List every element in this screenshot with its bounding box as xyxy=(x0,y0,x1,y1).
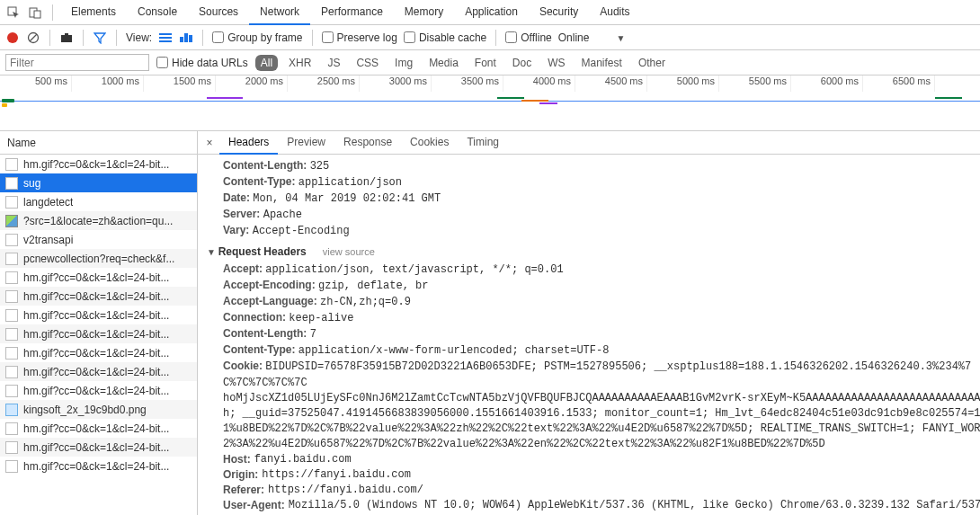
inspect-icon[interactable] xyxy=(4,3,23,22)
filter-type-manifest[interactable]: Manifest xyxy=(576,55,628,71)
clear-icon[interactable] xyxy=(26,31,40,45)
request-row[interactable]: langdetect xyxy=(0,192,197,211)
svg-rect-9 xyxy=(159,40,172,42)
detail-tab-cookies[interactable]: Cookies xyxy=(401,131,458,154)
request-row[interactable]: hm.gif?cc=0&ck=1&cl=24-bit... xyxy=(0,419,197,438)
filter-type-font[interactable]: Font xyxy=(469,55,502,71)
file-type-icon xyxy=(5,347,18,360)
request-name: v2transapi xyxy=(23,234,73,246)
file-type-icon xyxy=(5,196,18,209)
overview-icon[interactable] xyxy=(179,31,193,45)
header-entry: User-Agent: Mozilla/5.0 (Windows NT 10.0… xyxy=(207,498,980,513)
filter-type-media[interactable]: Media xyxy=(423,55,464,71)
file-type-icon xyxy=(5,234,18,246)
file-type-icon xyxy=(5,158,18,171)
svg-rect-12 xyxy=(189,35,192,42)
header-entry: Content-Type: application/json xyxy=(207,174,980,191)
request-row[interactable]: ?src=1&locate=zh&action=qu... xyxy=(0,211,197,230)
detail-tab-preview[interactable]: Preview xyxy=(278,131,334,154)
file-type-icon xyxy=(5,366,18,378)
tab-application[interactable]: Application xyxy=(454,0,529,24)
request-name: hm.gif?cc=0&ck=1&cl=24-bit... xyxy=(23,271,169,284)
name-column-header[interactable]: Name xyxy=(0,131,197,155)
request-row[interactable]: hm.gif?cc=0&ck=1&cl=24-bit... xyxy=(0,381,197,400)
request-row[interactable]: sug xyxy=(0,173,197,192)
request-list-pane: Name hm.gif?cc=0&ck=1&cl=24-bit...suglan… xyxy=(0,131,198,515)
record-button[interactable] xyxy=(5,31,20,45)
tab-console[interactable]: Console xyxy=(127,0,188,24)
file-type-icon xyxy=(5,271,18,284)
tab-memory[interactable]: Memory xyxy=(394,0,454,24)
throttling-select[interactable]: Online▼ xyxy=(558,31,626,44)
capture-screenshots-icon[interactable] xyxy=(59,31,74,45)
request-name: hm.gif?cc=0&ck=1&cl=24-bit... xyxy=(23,385,169,397)
svg-line-4 xyxy=(30,34,37,41)
request-row[interactable]: v2transapi xyxy=(0,230,197,249)
file-type-icon xyxy=(5,441,18,454)
disable-cache-checkbox[interactable]: Disable cache xyxy=(404,31,486,44)
detail-tab-response[interactable]: Response xyxy=(334,131,401,154)
filter-type-js[interactable]: JS xyxy=(322,55,345,71)
header-entry-continuation: hoMjJscXZ1d05LUjEySFc0NnJ6M2lZamtCcTcwNT… xyxy=(207,391,980,406)
filter-toggle-icon[interactable] xyxy=(93,31,107,45)
request-row[interactable]: pcnewcollection?req=check&f... xyxy=(0,249,197,268)
filter-type-other[interactable]: Other xyxy=(633,55,671,71)
timeline-tick: 6500 ms xyxy=(863,75,935,92)
timeline-tick: 2000 ms xyxy=(216,75,288,92)
header-entry: Date: Mon, 04 Mar 2019 02:02:41 GMT xyxy=(207,191,980,207)
hide-data-urls-checkbox[interactable]: Hide data URLs xyxy=(156,57,248,69)
header-entry: Accept-Encoding: gzip, deflate, br xyxy=(207,278,980,294)
tab-sources[interactable]: Sources xyxy=(188,0,249,24)
filter-type-all[interactable]: All xyxy=(255,55,278,71)
close-icon[interactable]: × xyxy=(201,137,218,149)
request-row[interactable]: hm.gif?cc=0&ck=1&cl=24-bit... xyxy=(0,362,197,381)
detail-tab-timing[interactable]: Timing xyxy=(458,131,508,154)
request-row[interactable]: hm.gif?cc=0&ck=1&cl=24-bit... xyxy=(0,287,197,306)
preserve-log-checkbox[interactable]: Preserve log xyxy=(322,31,397,44)
request-row[interactable]: hm.gif?cc=0&ck=1&cl=24-bit... xyxy=(0,343,197,362)
tab-network[interactable]: Network xyxy=(249,0,310,25)
request-row[interactable]: hm.gif?cc=0&ck=1&cl=24-bit... xyxy=(0,306,197,324)
header-entry: Accept: application/json, text/javascrip… xyxy=(207,262,980,278)
svg-rect-2 xyxy=(34,11,40,18)
request-row[interactable]: hm.gif?cc=0&ck=1&cl=24-bit... xyxy=(0,438,197,457)
filter-type-img[interactable]: Img xyxy=(389,55,418,71)
network-toolbar: View: Group by frame Preserve log Disabl… xyxy=(0,25,980,50)
request-headers-section[interactable]: Request Headersview source xyxy=(207,244,980,260)
timeline-tick: 2500 ms xyxy=(288,75,360,92)
device-toggle-icon[interactable] xyxy=(25,3,45,22)
header-entry: Vary: Accept-Encoding xyxy=(207,223,980,239)
detail-tab-headers[interactable]: Headers xyxy=(219,131,278,155)
filter-type-css[interactable]: CSS xyxy=(351,55,384,71)
tab-performance[interactable]: Performance xyxy=(310,0,394,24)
timeline-overview[interactable]: 500 ms1000 ms1500 ms2000 ms2500 ms3000 m… xyxy=(0,75,980,131)
request-detail-pane: × HeadersPreviewResponseCookiesTiming Co… xyxy=(198,131,980,515)
svg-rect-10 xyxy=(180,37,183,42)
request-row[interactable]: hm.gif?cc=0&ck=1&cl=24-bit... xyxy=(0,268,197,287)
offline-checkbox[interactable]: Offline xyxy=(505,31,551,44)
filter-type-doc[interactable]: Doc xyxy=(507,55,537,71)
header-entry: Origin: https://fanyi.baidu.com xyxy=(207,467,980,483)
large-rows-icon[interactable] xyxy=(158,31,173,45)
request-row[interactable]: kingsoft_2x_19c9bd0.png xyxy=(0,400,197,419)
timeline-tick: 3500 ms xyxy=(432,75,503,92)
view-source-link[interactable]: view source xyxy=(323,246,375,257)
tab-elements[interactable]: Elements xyxy=(60,0,127,24)
header-entry-continuation: 2%3A%22%u4E2D%u6587%22%7D%2C%7B%22value%… xyxy=(207,437,980,452)
request-row[interactable]: hm.gif?cc=0&ck=1&cl=24-bit... xyxy=(0,457,197,475)
request-row[interactable]: hm.gif?cc=0&ck=1&cl=24-bit... xyxy=(0,155,197,173)
request-name: langdetect xyxy=(23,196,73,209)
filter-type-ws[interactable]: WS xyxy=(542,55,570,71)
group-by-frame-checkbox[interactable]: Group by frame xyxy=(212,31,302,44)
tab-audits[interactable]: Audits xyxy=(589,0,640,24)
header-entry-continuation: 1%u8BED%22%7D%2C%7B%22value%22%3A%22zh%2… xyxy=(207,422,980,437)
tab-security[interactable]: Security xyxy=(529,0,589,24)
filter-type-xhr[interactable]: XHR xyxy=(283,55,316,71)
filter-input[interactable] xyxy=(5,54,149,71)
request-name: hm.gif?cc=0&ck=1&cl=24-bit... xyxy=(23,328,169,341)
timeline-tick: 4000 ms xyxy=(503,75,575,92)
request-name: kingsoft_2x_19c9bd0.png xyxy=(23,404,147,416)
header-entry: Content-Type: application/x-www-form-url… xyxy=(207,342,980,359)
request-row[interactable]: hm.gif?cc=0&ck=1&cl=24-bit... xyxy=(0,324,197,343)
header-entry-continuation: h; __guid=37525047.4191456683839056000.1… xyxy=(207,406,980,422)
